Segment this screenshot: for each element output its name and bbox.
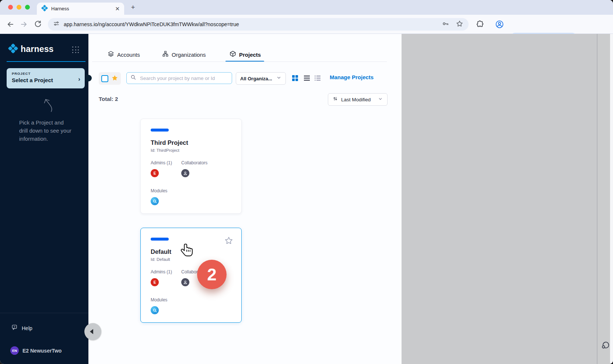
collaborator-avatar[interactable] bbox=[181, 169, 189, 177]
harness-logo[interactable]: harness bbox=[8, 43, 54, 55]
sidebar-collapse-handle[interactable] bbox=[84, 323, 101, 340]
project-id: Id: ThirdProject bbox=[151, 148, 179, 153]
total-count: Total: 2 bbox=[99, 96, 118, 102]
search-icon bbox=[130, 74, 136, 82]
tab-accounts-label: Accounts bbox=[117, 52, 140, 58]
star-outline-icon[interactable] bbox=[224, 236, 233, 246]
bookmark-star-icon[interactable] bbox=[456, 20, 463, 29]
sidebar-accent-rule bbox=[7, 61, 85, 62]
project-selector[interactable]: PROJECT Select a Project › bbox=[7, 68, 85, 88]
url-bar[interactable]: app.harness.io/ng/account/YWdkwNPiTceDUK… bbox=[48, 18, 469, 31]
tab-projects[interactable]: Projects bbox=[230, 50, 261, 59]
browser-toolbar: app.harness.io/ng/account/YWdkwNPiTceDUK… bbox=[0, 15, 613, 34]
user-avatar: EN bbox=[10, 346, 19, 355]
tab-accounts[interactable]: Accounts bbox=[108, 50, 140, 59]
tab-organizations-label: Organizations bbox=[172, 52, 206, 58]
collaborators-label: Collaborators bbox=[181, 160, 207, 165]
org-filter-value: All Organiza... bbox=[240, 76, 272, 81]
chevron-right-icon: › bbox=[78, 76, 80, 83]
tab-strip: Harness ✕ + bbox=[0, 0, 613, 15]
minimize-window-button[interactable] bbox=[17, 5, 21, 10]
window-edge bbox=[610, 34, 613, 364]
tab-title: Harness bbox=[51, 6, 115, 11]
harness-wordmark: harness bbox=[21, 44, 54, 54]
forward-icon[interactable] bbox=[20, 20, 28, 29]
sidebar: harness PROJECT Select a Project › Pick … bbox=[0, 34, 88, 364]
chevron-down-icon bbox=[378, 96, 383, 103]
project-color-bar bbox=[151, 129, 169, 132]
project-selector-value: Select a Project bbox=[12, 77, 80, 83]
sidebar-hint: Pick a Project and drill down to see you… bbox=[19, 119, 78, 143]
user-menu[interactable]: EN E2 NewuserTwo bbox=[10, 346, 62, 355]
manage-projects-link[interactable]: Manage Projects bbox=[330, 74, 389, 80]
hint-line: drill down to see your bbox=[19, 127, 78, 135]
project-title: Default bbox=[151, 248, 171, 255]
close-tab-icon[interactable]: ✕ bbox=[115, 6, 120, 11]
sort-value: Last Modified bbox=[341, 97, 375, 102]
collaborator-avatar[interactable] bbox=[181, 278, 189, 286]
favorites-filter-group bbox=[99, 72, 121, 85]
collapse-arrow-icon bbox=[90, 329, 93, 334]
profile-icon[interactable] bbox=[495, 20, 504, 30]
admins-label: Admins (1) bbox=[151, 269, 172, 274]
window-controls bbox=[8, 5, 30, 10]
new-tab-button[interactable]: + bbox=[129, 3, 137, 11]
help-label: Help bbox=[22, 325, 32, 331]
tabs-divider bbox=[92, 62, 387, 62]
step-badge: 2 bbox=[197, 260, 227, 289]
hint-line: information. bbox=[19, 135, 78, 143]
module-chaos-icon[interactable] bbox=[151, 197, 159, 205]
grid-view-icon[interactable] bbox=[292, 75, 298, 83]
apps-grid-icon[interactable] bbox=[72, 46, 80, 54]
favorites-checkbox[interactable] bbox=[101, 75, 108, 82]
back-icon[interactable] bbox=[6, 20, 15, 29]
tab-organizations[interactable]: Organizations bbox=[162, 50, 206, 59]
scrollbar-track[interactable] bbox=[598, 34, 610, 364]
tab-projects-label: Projects bbox=[239, 52, 261, 58]
zoom-window-button[interactable] bbox=[25, 5, 30, 10]
help-icon: ? bbox=[11, 324, 18, 333]
admin-avatar[interactable]: E bbox=[151, 278, 159, 286]
main-content: Accounts Organizations Projects bbox=[88, 34, 402, 364]
empty-page-area bbox=[402, 34, 597, 364]
help-button[interactable]: ? Help bbox=[11, 324, 32, 333]
project-color-bar bbox=[151, 238, 169, 241]
site-info-icon[interactable] bbox=[53, 20, 60, 28]
org-filter-dropdown[interactable]: All Organiza... bbox=[236, 72, 286, 85]
project-card-third-project[interactable]: Third Project Id: ThirdProject Admins (1… bbox=[140, 119, 242, 214]
browser-window: Harness ✕ + app.harness.io/ng/account/YW… bbox=[0, 0, 613, 364]
favorites-star-icon[interactable] bbox=[111, 74, 118, 83]
sort-dropdown[interactable]: Last Modified bbox=[328, 93, 388, 106]
arrow-doodle-icon bbox=[38, 95, 55, 115]
harness-logo-icon bbox=[8, 43, 18, 55]
module-chaos-icon[interactable] bbox=[151, 306, 159, 314]
url-text: app.harness.io/ng/account/YWdkwNPiTceDUK… bbox=[64, 21, 442, 27]
step-number: 2 bbox=[207, 265, 217, 284]
project-id: Id: Default bbox=[151, 257, 170, 262]
projects-icon bbox=[230, 50, 236, 59]
chevron-down-icon bbox=[276, 75, 281, 82]
modules-label: Modules bbox=[151, 188, 167, 193]
search-input[interactable] bbox=[139, 75, 225, 81]
svg-text:?: ? bbox=[14, 325, 15, 329]
sort-icon bbox=[333, 96, 338, 103]
hand-cursor-icon bbox=[180, 242, 195, 260]
list-view-icon[interactable] bbox=[304, 75, 310, 83]
project-selector-label: PROJECT bbox=[12, 71, 80, 76]
hint-line: Pick a Project and bbox=[19, 119, 78, 127]
sidebar-divider bbox=[0, 313, 88, 313]
project-title: Third Project bbox=[151, 139, 188, 146]
feedback-chat-icon[interactable] bbox=[600, 339, 611, 351]
admins-label: Admins (1) bbox=[151, 160, 172, 165]
compact-list-icon[interactable] bbox=[314, 75, 321, 83]
admin-avatar[interactable]: E bbox=[151, 169, 159, 177]
reload-icon[interactable] bbox=[34, 20, 42, 29]
password-key-icon[interactable] bbox=[442, 20, 449, 29]
user-name: E2 NewuserTwo bbox=[22, 348, 62, 354]
project-search bbox=[126, 72, 232, 84]
browser-tab[interactable]: Harness ✕ bbox=[37, 3, 124, 15]
modules-label: Modules bbox=[151, 297, 167, 302]
organizations-icon bbox=[162, 50, 169, 59]
close-window-button[interactable] bbox=[8, 5, 13, 10]
extensions-icon[interactable] bbox=[476, 20, 484, 30]
